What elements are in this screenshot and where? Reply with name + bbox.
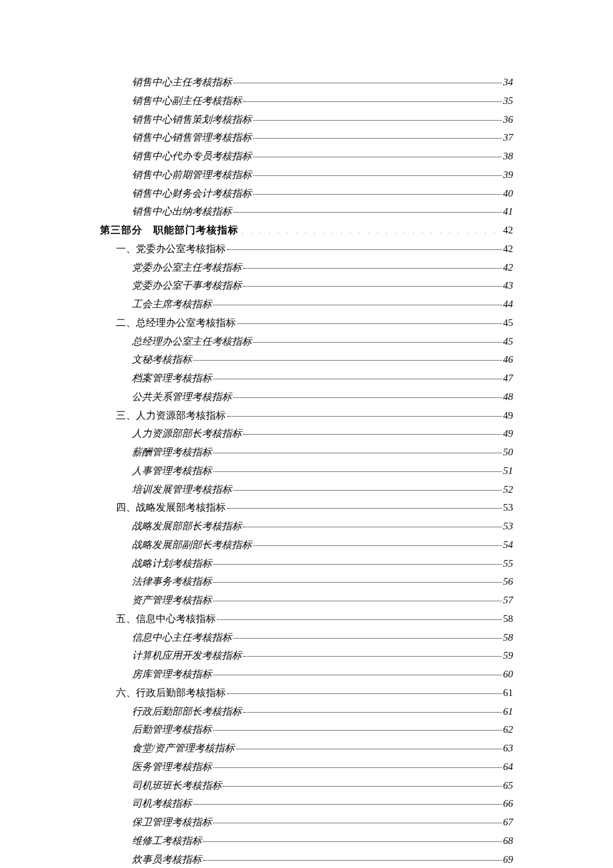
toc-label: 销售中心代办专员考核指标 [132,147,252,166]
toc-label: 销售中心出纳考核指标 [132,203,232,221]
toc-page-number: 42 [503,240,513,259]
toc-label: 后勤管理考核指标 [132,721,212,739]
toc-page-number: 52 [503,481,513,499]
toc-entry[interactable]: 二、总经理办公室考核指标45 [100,314,513,333]
toc-entry[interactable]: 人力资源部部长考核指标49 [100,425,513,443]
toc-page-number: 42 [503,221,513,240]
toc-page-number: 45 [503,333,513,351]
toc-page-number: 38 [503,147,513,166]
toc-entry[interactable]: 三、人力资源部考核指标49 [100,407,513,425]
toc-page-number: 43 [503,277,513,295]
toc-entry[interactable]: 法律事务考核指标56 [100,573,513,591]
toc-entry[interactable]: 司机班班长考核指标65 [100,777,513,795]
toc-page-number: 51 [503,462,513,481]
toc-page-number: 62 [503,721,513,739]
toc-entry[interactable]: 六、行政后勤部考核指标61 [100,684,513,703]
toc-leader-dots [253,148,502,158]
toc-entry[interactable]: 战略发展部部长考核指标53 [100,517,513,536]
toc-leader-dots [243,703,502,713]
toc-page-number: 58 [503,629,513,647]
toc-label: 二、总经理办公室考核指标 [116,314,236,333]
toc-entry[interactable]: 党委办公室干事考核指标43 [100,277,513,295]
toc-label: 保卫管理考核指标 [132,813,212,832]
toc-entry[interactable]: 第三部分 职能部门考核指标. . . . . . . . . . . . . .… [100,221,513,240]
toc-page-number: 49 [503,407,513,425]
toc-entry[interactable]: 公共关系管理考核指标48 [100,388,513,407]
toc-label: 工会主席考核指标 [132,295,212,314]
toc-entry[interactable]: 销售中心主任考核指标34 [100,73,513,92]
toc-entry[interactable]: 销售中心副主任考核指标35 [100,92,513,111]
toc-entry[interactable]: 薪酬管理考核指标50 [100,443,513,462]
toc-label: 培训发展管理考核指标 [132,481,232,499]
toc-label: 人事管理考核指标 [132,462,212,481]
toc-page-number: 49 [503,425,513,443]
toc-page-number: 56 [503,573,513,591]
toc-leader-dots [213,573,502,583]
toc-entry[interactable]: 炊事员考核指标69 [100,851,513,869]
toc-label: 文秘考核指标 [132,351,192,369]
toc-entry[interactable]: 党委办公室主任考核指标42 [100,259,513,277]
toc-label: 战略计划考核指标 [132,555,212,573]
toc-entry[interactable]: 行政后勤部部长考核指标61 [100,703,513,721]
toc-leader-dots [213,592,502,602]
toc-entry[interactable]: 五、信息中心考核指标58 [100,610,513,629]
toc-page-number: 50 [503,443,513,462]
toc-leader-dots [243,92,502,102]
toc-entry[interactable]: 四、战略发展部考核指标53 [100,499,513,517]
toc-entry[interactable]: 销售中心出纳考核指标41 [100,203,513,221]
toc-label: 食堂/资产管理考核指标 [132,739,235,758]
toc-entry[interactable]: 战略计划考核指标55 [100,555,513,573]
toc-entry[interactable]: 档案管理考核指标47 [100,369,513,388]
toc-leader-dots [253,111,502,121]
toc-entry[interactable]: 医务管理考核指标64 [100,758,513,777]
toc-leader-dots [213,370,502,380]
toc-leader-dots [233,74,502,84]
toc-entry[interactable]: 总经理办公室主任考核指标45 [100,333,513,351]
toc-leader-dots [213,462,502,472]
toc-label: 司机考核指标 [132,795,192,813]
toc-page-number: 44 [503,295,513,314]
toc-leader-dots [243,259,502,269]
toc-entry[interactable]: 计算机应用开发考核指标59 [100,647,513,665]
toc-label: 薪酬管理考核指标 [132,443,212,462]
toc-entry[interactable]: 销售中心财务会计考核指标40 [100,185,513,203]
toc-entry[interactable]: 销售中心销售策划考核指标36 [100,111,513,129]
toc-entry[interactable]: 信息中心主任考核指标58 [100,629,513,647]
toc-leader-dots [227,684,502,694]
toc-label: 司机班班长考核指标 [132,777,222,795]
toc-entry[interactable]: 培训发展管理考核指标52 [100,481,513,499]
toc-entry[interactable]: 后勤管理考核指标62 [100,721,513,739]
toc-leader-dots: . . . . . . . . . . . . . . . . . . . . … [241,223,500,234]
toc-label: 信息中心主任考核指标 [132,629,232,647]
toc-entry[interactable]: 人事管理考核指标51 [100,462,513,481]
toc-leader-dots [243,647,502,657]
toc-entry[interactable]: 房库管理考核指标60 [100,665,513,684]
toc-page-number: 55 [503,555,513,573]
toc-page-number: 48 [503,388,513,407]
toc-leader-dots [233,203,502,213]
toc-entry[interactable]: 战略发展部副部长考核指标54 [100,536,513,555]
toc-label: 战略发展部副部长考核指标 [132,536,252,555]
toc-entry[interactable]: 工会主席考核指标44 [100,295,513,314]
toc-container: 销售中心主任考核指标34销售中心副主任考核指标35销售中心销售策划考核指标36销… [100,73,513,868]
toc-entry[interactable]: 一、党委办公室考核指标42 [100,240,513,259]
toc-entry[interactable]: 司机考核指标66 [100,795,513,813]
toc-entry[interactable]: 文秘考核指标46 [100,351,513,369]
toc-page-number: 69 [503,851,513,869]
toc-page-number: 65 [503,777,513,795]
toc-entry[interactable]: 销售中心前期管理考核指标39 [100,166,513,185]
toc-entry[interactable]: 维修工考核指标68 [100,832,513,851]
toc-entry[interactable]: 食堂/资产管理考核指标63 [100,739,513,758]
toc-entry[interactable]: 销售中心销售管理考核指标37 [100,129,513,147]
toc-label: 六、行政后勤部考核指标 [116,684,226,703]
toc-label: 党委办公室主任考核指标 [132,259,242,277]
toc-entry[interactable]: 资产管理考核指标57 [100,591,513,610]
toc-page-number: 59 [503,647,513,665]
toc-entry[interactable]: 保卫管理考核指标67 [100,813,513,832]
toc-page-number: 39 [503,166,513,185]
toc-leader-dots [253,333,502,343]
toc-entry[interactable]: 销售中心代办专员考核指标38 [100,147,513,166]
toc-page-number: 46 [503,351,513,369]
toc-label: 销售中心销售策划考核指标 [132,111,252,129]
toc-leader-dots [213,444,502,454]
